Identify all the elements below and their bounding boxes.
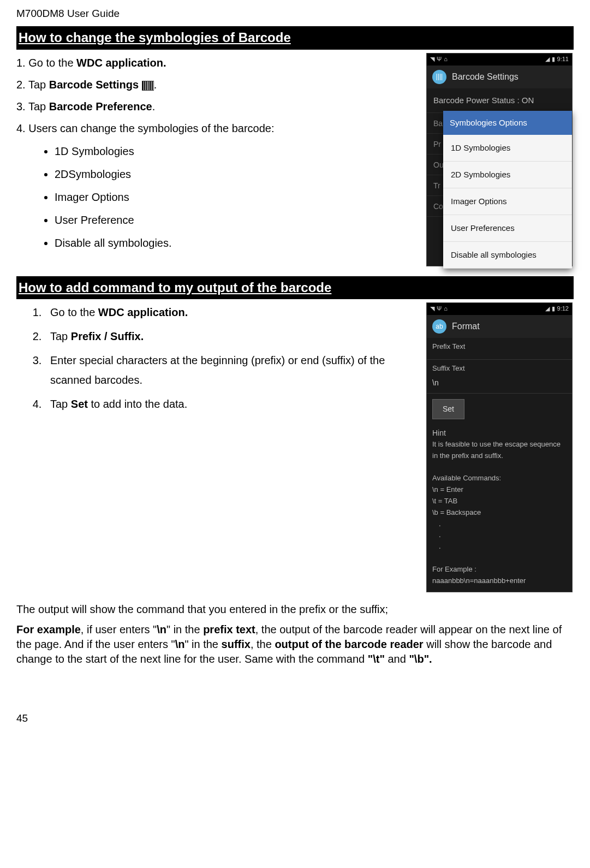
p2-t2: , if user enters ": [81, 623, 157, 635]
step3-bold: Barcode Preference: [49, 100, 152, 112]
step-4: 4. Users can change the symbologies of t…: [16, 118, 415, 138]
hint-text: It is feasible to use the escape sequenc…: [432, 439, 567, 462]
step1-pre: 1. Go to the: [16, 57, 76, 69]
section1-title: How to change the symbologies of Barcode: [16, 26, 574, 49]
status-bar: ◥ Ψ ⌂ ◢ ▮ 9:12: [427, 303, 572, 315]
step3-pre: 3. Tap: [16, 100, 49, 112]
app-icon: ab: [432, 319, 446, 334]
step-1: 1. Go to the WDC application.: [16, 53, 415, 73]
step-3: 3. Tap Barcode Preference.: [16, 97, 415, 116]
step1-bold: WDC application.: [76, 57, 166, 69]
p2-t11: output of the barcode reader: [275, 638, 423, 650]
battery-icon: ▮: [552, 55, 555, 64]
signal-icon: ◢: [545, 55, 550, 64]
bullet-item: Imager Options: [55, 188, 415, 206]
ol1-pre: Go to the: [50, 306, 98, 318]
example-title: For Example :: [432, 564, 567, 575]
battery-icon: ▮: [552, 304, 555, 314]
p2-t1: For example: [16, 623, 81, 635]
p2-t9: suffix: [222, 638, 251, 650]
suffix-label: Suffix Text: [427, 360, 572, 376]
page-number: 45: [16, 710, 574, 727]
usb-icon: Ψ: [437, 304, 442, 314]
p2-t10: , the: [251, 638, 275, 650]
set-button[interactable]: Set: [432, 399, 464, 419]
popup-item[interactable]: Disable all symbologies: [443, 242, 572, 269]
para-output: The output will show the command that yo…: [16, 602, 574, 617]
status-bar: ◥ Ψ ⌂ ◢ ▮ 9:11: [427, 53, 572, 66]
p2-t8: " in the: [184, 638, 221, 650]
p2-t15: "\b".: [409, 653, 432, 665]
ol-step-4: Tap Set to add into the data.: [45, 394, 415, 414]
ol-step-2: Tap Prefix / Suffix.: [45, 326, 415, 346]
section2-title: How to add command to my output of the b…: [16, 276, 574, 299]
popup-title: Symbologies Options: [443, 111, 572, 135]
ol1-bold: WDC application.: [98, 306, 188, 318]
barcode-icon: [142, 81, 154, 91]
signal-icon: ◢: [545, 304, 550, 314]
app-title: Format: [452, 319, 480, 334]
cmd-line: \b = Backspace: [432, 507, 567, 519]
popup-item[interactable]: User Preferences: [443, 215, 572, 242]
step3-post: .: [152, 100, 156, 112]
ol2-pre: Tap: [50, 330, 71, 342]
p2-t5: prefix text: [203, 623, 255, 635]
ol-step-3: Enter special characters at the beginnin…: [45, 350, 415, 390]
dot: .: [432, 530, 567, 541]
ol2-bold: Prefix / Suffix.: [71, 330, 144, 342]
wifi-icon: ◥: [430, 55, 434, 64]
ol4-post: to add into the data.: [88, 398, 187, 410]
ol4-pre: Tap: [50, 398, 71, 410]
debug-icon: ⌂: [444, 304, 448, 314]
p2-t7: \n: [175, 638, 185, 650]
clock-text: 9:11: [557, 55, 569, 64]
wifi-icon: ◥: [430, 304, 434, 314]
bullet-item: Disable all symbologies.: [55, 234, 415, 252]
screenshot-2: ◥ Ψ ⌂ ◢ ▮ 9:12 ab Format Prefix Text Suf…: [426, 302, 573, 592]
screenshot-1: ◥ Ψ ⌂ ◢ ▮ 9:11 |||| Barcode Settings Bar…: [426, 53, 573, 266]
prefix-label: Prefix Text: [427, 338, 572, 354]
p2-t13: "\t": [368, 653, 385, 665]
doc-header: M700DM8 User Guide: [16, 5, 574, 22]
p2-t4: " in the: [166, 623, 203, 635]
step2-post: .: [154, 79, 157, 91]
ol-step-1: Go to the WDC application.: [45, 302, 415, 322]
step2-pre: 2. Tap: [16, 79, 49, 91]
hint-title: Hint: [432, 427, 567, 439]
cmd-line: \t = TAB: [432, 496, 567, 507]
power-status: Barcode Power Status : ON: [427, 88, 572, 113]
p2-t14: and: [385, 653, 409, 665]
example-line: naaanbbb\n=naaanbbb+enter: [432, 575, 567, 587]
clock-text: 9:12: [557, 304, 569, 314]
debug-icon: ⌂: [444, 55, 448, 64]
p2-t3: \n: [157, 623, 166, 635]
popup-item[interactable]: 1D Symbologies: [443, 135, 572, 162]
bullet-item: User Preference: [55, 211, 415, 229]
dot: .: [432, 519, 567, 530]
prefix-input[interactable]: [427, 354, 572, 360]
dot: .: [432, 541, 567, 552]
usb-icon: Ψ: [437, 55, 442, 64]
popup-item[interactable]: Imager Options: [443, 188, 572, 215]
ol4-bold: Set: [71, 398, 88, 410]
cmd-line: \n = Enter: [432, 484, 567, 496]
bullet-item: 2DSymbologies: [55, 165, 415, 183]
para-example: For example, if user enters "\n" in the …: [16, 622, 574, 667]
avail-title: Available Commands:: [432, 473, 567, 484]
popup-item[interactable]: 2D Symbologies: [443, 162, 572, 188]
app-title: Barcode Settings: [452, 70, 519, 84]
bullet-item: 1D Symbologies: [55, 142, 415, 160]
app-icon: ||||: [432, 70, 446, 84]
suffix-input[interactable]: \n: [427, 376, 572, 394]
step-2: 2. Tap Barcode Settings .: [16, 75, 415, 94]
step2-bold: Barcode Settings: [49, 79, 142, 91]
